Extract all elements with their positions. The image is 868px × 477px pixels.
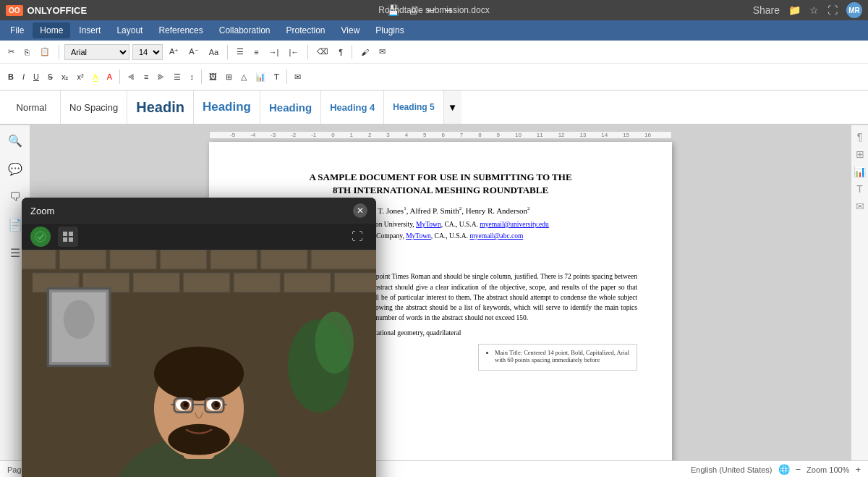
indent-dec-button[interactable]: |←	[285, 46, 302, 58]
style-heading2[interactable]: Heading	[194, 90, 260, 124]
svg-rect-2	[69, 232, 73, 236]
user-avatar[interactable]: MR	[846, 2, 862, 18]
toolbar-row1: ✂ ⎘ 📋 Arial Times New Roman Calibri 14 1…	[0, 41, 868, 64]
menu-file[interactable]: File	[3, 22, 31, 38]
menu-plugins[interactable]: Plugins	[368, 22, 411, 38]
menu-references[interactable]: References	[151, 22, 210, 38]
svg-rect-18	[234, 273, 280, 292]
document-title: Roundtable submission.docx	[378, 5, 489, 15]
insert-chart-button[interactable]: 📊	[252, 71, 269, 83]
style-normal[interactable]: Normal	[3, 90, 61, 124]
globe-icon[interactable]: 🌐	[778, 464, 790, 475]
text-right-icon[interactable]: T	[856, 183, 863, 195]
highlight-button[interactable]: A̲	[89, 71, 102, 83]
zoom-in-button[interactable]: +	[855, 464, 861, 475]
menu-home[interactable]: Home	[33, 22, 70, 38]
font-family-select[interactable]: Arial Times New Roman Calibri	[64, 44, 129, 60]
style-heading3[interactable]: Heading	[260, 90, 321, 124]
zoom-check-icon[interactable]	[30, 227, 51, 247]
chart-right-icon[interactable]: 📊	[854, 166, 866, 177]
insert-mail-button[interactable]: ✉	[291, 71, 305, 83]
zoom-close-button[interactable]: ✕	[353, 203, 367, 218]
svg-rect-12	[261, 250, 307, 269]
location-icon[interactable]: 📁	[788, 4, 801, 16]
svg-point-42	[64, 300, 95, 339]
align-right-button[interactable]: ⫸	[153, 71, 169, 83]
app-name: ONLYOFFICE	[27, 5, 88, 16]
mail-right-icon[interactable]: ✉	[856, 200, 864, 212]
mail-merge-button[interactable]: ✉	[375, 46, 389, 58]
superscript-button[interactable]: x²	[73, 71, 87, 83]
italic-button[interactable]: I	[19, 71, 28, 83]
language-label[interactable]: English (United States)	[691, 465, 773, 474]
paragraph-mark-right[interactable]: ¶	[857, 131, 863, 143]
list-sidebar-icon[interactable]: ☰	[7, 243, 23, 263]
font-dec-button[interactable]: A⁻	[185, 46, 202, 58]
strikethrough-button[interactable]: S̶	[44, 71, 56, 83]
zoom-title: Zoom	[30, 206, 54, 216]
title-right-actions: Share 📁 ☆ ⛶ MR	[753, 2, 862, 18]
insert-textart-button[interactable]: Ƭ	[271, 71, 283, 83]
cut-button[interactable]: ✂	[4, 46, 18, 58]
share-button[interactable]: Share	[753, 4, 780, 16]
svg-rect-20	[334, 273, 376, 292]
menu-bar: File Home Insert Layout References Colla…	[0, 20, 868, 41]
menu-insert[interactable]: Insert	[72, 22, 108, 38]
menu-layout[interactable]: Layout	[109, 22, 150, 38]
clear-format-button[interactable]: ⌫	[313, 46, 332, 58]
copy-button[interactable]: ⎘	[21, 46, 33, 58]
style-heading4[interactable]: Heading 4	[321, 90, 384, 124]
align-justify-button[interactable]: ☰	[170, 71, 184, 83]
underline-button[interactable]: U	[30, 71, 43, 83]
svg-point-39	[315, 312, 354, 374]
toolbar: ✂ ⎘ 📋 Arial Times New Roman Calibri 14 1…	[0, 41, 868, 90]
zoom-out-button[interactable]: −	[796, 464, 801, 475]
status-right: English (United States) 🌐 − Zoom 100% +	[691, 464, 861, 475]
style-heading1[interactable]: Headin	[127, 90, 194, 124]
svg-rect-7	[22, 250, 56, 269]
menu-view[interactable]: View	[334, 22, 367, 38]
zoom-expand-button[interactable]: ⛶	[347, 227, 367, 247]
table-right-icon[interactable]: ⊞	[856, 148, 864, 160]
subscript-button[interactable]: x₂	[58, 71, 72, 83]
insert-shape-button[interactable]: △	[237, 71, 250, 83]
svg-rect-8	[59, 250, 106, 269]
align-left-button[interactable]: ⫷	[124, 71, 139, 83]
paste-button[interactable]: 📋	[36, 46, 54, 58]
indent-inc-button[interactable]: →|	[265, 46, 283, 58]
star-icon[interactable]: ☆	[809, 4, 819, 16]
svg-rect-3	[63, 237, 67, 242]
style-heading5[interactable]: Heading 5	[384, 90, 443, 124]
font-color-button[interactable]: A	[103, 71, 116, 83]
search-sidebar-icon[interactable]: 🔍	[5, 131, 25, 151]
ruler: -5-4-3-2-1 01234 56789 1011121314 1516	[209, 131, 672, 139]
list-num-button[interactable]: ≡	[250, 46, 262, 58]
svg-point-32	[214, 402, 218, 407]
align-center-button[interactable]: ≡	[140, 71, 152, 83]
bold-button[interactable]: B	[4, 71, 17, 83]
zoom-grid-icon[interactable]	[58, 227, 78, 247]
copy-style-button[interactable]: 🖌	[357, 46, 373, 58]
styles-scroll-down[interactable]: ▼	[444, 90, 461, 124]
line-spacing-button[interactable]: ↕	[186, 71, 197, 83]
change-case-button[interactable]: Aa	[205, 46, 222, 58]
paragraph-mark-button[interactable]: ¶	[335, 46, 346, 58]
svg-point-0	[35, 232, 46, 242]
fullscreen-icon[interactable]: ⛶	[827, 4, 838, 16]
chat-sidebar-icon[interactable]: 🗨	[7, 187, 24, 206]
insert-image-button[interactable]: 🖼	[205, 71, 221, 83]
menu-protection[interactable]: Protection	[279, 22, 333, 38]
menu-collaboration[interactable]: Collaboration	[212, 22, 278, 38]
zoom-header: Zoom ✕	[22, 198, 376, 224]
svg-rect-4	[69, 237, 73, 242]
svg-point-26	[168, 424, 230, 455]
font-size-select[interactable]: 14 12 16	[132, 44, 163, 60]
svg-rect-10	[161, 250, 207, 269]
style-no-spacing[interactable]: No Spacing	[61, 90, 127, 124]
font-inc-button[interactable]: A⁺	[166, 46, 182, 58]
zoom-panel: Zoom ✕ ⛶	[22, 198, 376, 477]
comments-sidebar-icon[interactable]: 💬	[5, 159, 25, 179]
list-bullet-button[interactable]: ☰	[233, 46, 247, 58]
insert-table-button[interactable]: ⊞	[222, 71, 236, 83]
app-logo: OO ONLYOFFICE	[6, 5, 87, 16]
